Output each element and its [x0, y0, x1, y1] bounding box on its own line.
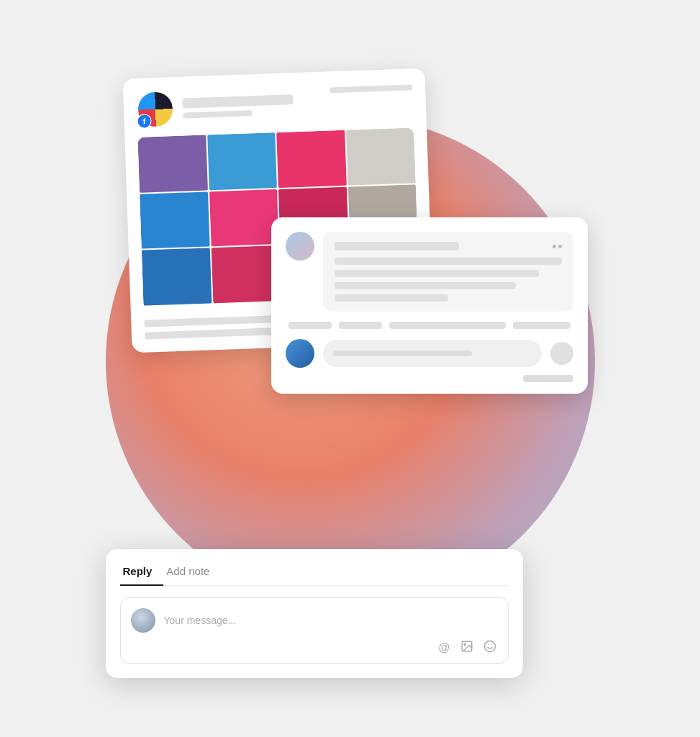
svg-point-1	[464, 643, 465, 645]
reply-placeholder: Your message...	[164, 615, 237, 626]
color-tile-5	[209, 189, 278, 247]
dot-1	[553, 245, 556, 248]
color-tile-8	[141, 248, 211, 306]
tab-add-note[interactable]: Add note	[163, 562, 221, 586]
more-options-icon[interactable]	[553, 245, 562, 248]
comment-bubble-header	[335, 242, 562, 250]
facebook-badge: f	[137, 114, 152, 129]
comment-input-text	[333, 351, 472, 356]
comment-line-4	[335, 294, 448, 302]
tab-reply[interactable]: Reply	[120, 562, 164, 586]
comment-action-bar	[286, 322, 573, 329]
comment-line-3	[335, 282, 517, 289]
reply-user-avatar	[286, 339, 314, 368]
action-more	[513, 322, 571, 329]
color-tile-0	[137, 135, 207, 192]
submit-button	[523, 375, 573, 382]
action-spacer	[389, 322, 506, 329]
post-header-info	[182, 94, 322, 119]
send-button-small[interactable]	[550, 342, 573, 365]
color-tile-9	[211, 245, 281, 303]
avatar: f	[136, 90, 175, 129]
emoji-icon[interactable]	[483, 640, 496, 656]
post-card-header: f	[136, 81, 414, 128]
color-tile-3	[345, 127, 415, 185]
skeleton-action	[329, 84, 412, 93]
commenter-avatar	[286, 232, 314, 261]
reply-toolbar: @	[131, 640, 496, 656]
comment-card	[271, 217, 588, 394]
comment-line-1	[335, 258, 562, 265]
image-icon[interactable]	[460, 640, 473, 656]
color-tile-4	[140, 191, 209, 249]
comment-input[interactable]	[323, 340, 542, 367]
skeleton-time	[183, 110, 253, 118]
skeleton-footer-2	[144, 327, 282, 340]
action-like	[288, 322, 332, 329]
reply-input-area[interactable]: Your message... @	[120, 597, 509, 664]
at-mention-icon[interactable]: @	[438, 641, 450, 654]
reply-tabs: Reply Add note	[120, 562, 509, 586]
color-tile-21	[213, 305, 281, 307]
skeleton-name	[182, 94, 294, 108]
fb-badge-letter: f	[142, 117, 145, 125]
comment-input-row	[286, 339, 573, 368]
action-reply	[339, 322, 382, 329]
reply-input-top: Your message...	[131, 608, 496, 633]
comment-line-2	[335, 270, 539, 277]
color-tile-2	[276, 130, 346, 188]
dot-2	[558, 245, 562, 248]
reply-card: Reply Add note Your message... @	[106, 549, 523, 678]
commenter-name	[335, 242, 460, 250]
scene: f	[70, 45, 631, 692]
color-tile-1	[206, 132, 276, 190]
reply-avatar	[131, 608, 155, 633]
comment-text-lines	[335, 258, 562, 302]
color-tile-20	[143, 307, 211, 309]
comment-header	[286, 232, 573, 312]
svg-point-2	[484, 641, 495, 652]
comment-bubble	[323, 232, 573, 312]
